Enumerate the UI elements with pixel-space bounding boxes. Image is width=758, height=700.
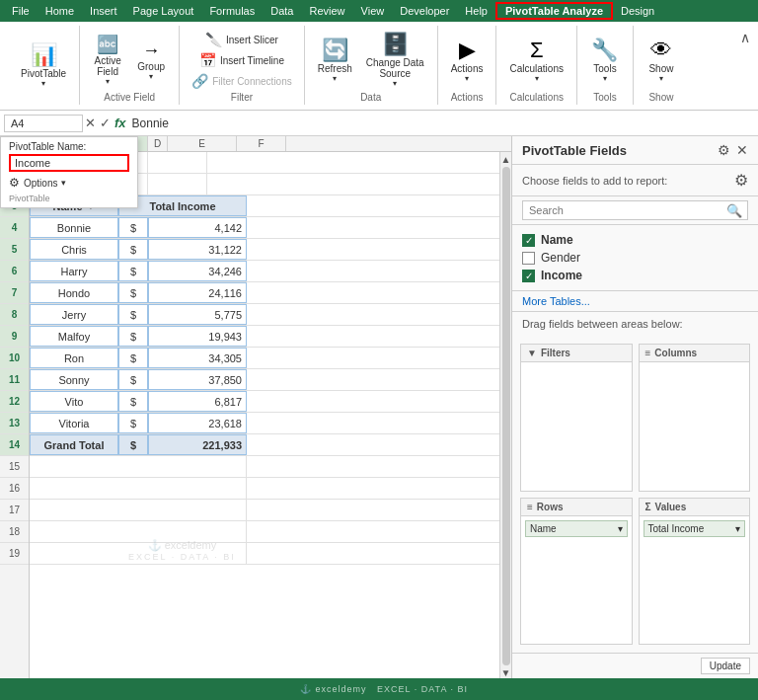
- cell-name-malfoy[interactable]: Malfoy: [30, 326, 118, 347]
- tools-button[interactable]: 🔧 Tools ▾: [585, 37, 625, 86]
- rows-field-name-tag[interactable]: Name ▾: [525, 520, 628, 537]
- show-dropdown-icon: ▾: [659, 74, 663, 83]
- table-row: Jerry $ 5,775: [30, 304, 499, 326]
- table-row: Bonnie $ 4,142: [30, 217, 499, 239]
- scroll-down-icon[interactable]: ▼: [501, 667, 511, 678]
- cell-amount-ron[interactable]: 34,305: [148, 348, 247, 368]
- field-item-name[interactable]: ✓ Name: [522, 231, 748, 249]
- menu-help[interactable]: Help: [457, 3, 495, 19]
- field-checkbox-gender[interactable]: [522, 252, 535, 265]
- cell-name-vitoria[interactable]: Vitoria: [30, 413, 118, 433]
- cell-dollar-jerry: $: [118, 304, 148, 325]
- cell-amount-bonnie[interactable]: 4,142: [148, 217, 247, 238]
- fields-search-input[interactable]: [522, 200, 748, 220]
- menu-pivottable-analyze[interactable]: PivotTable Analyze: [495, 2, 613, 20]
- row-num-9[interactable]: 9: [0, 326, 29, 348]
- cell-amount-vitoria[interactable]: 23,618: [148, 413, 247, 433]
- cell-1-e[interactable]: [148, 152, 207, 173]
- menu-page-layout[interactable]: Page Layout: [125, 3, 202, 19]
- formula-input[interactable]: [128, 117, 754, 130]
- cell-amount-vito[interactable]: 6,817: [148, 391, 247, 412]
- cell-amount-jerry[interactable]: 5,775: [148, 304, 247, 325]
- actions-button[interactable]: ▶ Actions ▾: [446, 37, 489, 86]
- cell-amount-harry[interactable]: 34,246: [148, 261, 247, 281]
- row-num-11[interactable]: 11: [0, 369, 29, 391]
- formula-cancel-icon[interactable]: ✕: [83, 116, 98, 130]
- menu-view[interactable]: View: [353, 3, 393, 19]
- menu-home[interactable]: Home: [38, 3, 82, 19]
- table-row: Hondo $ 24,116: [30, 282, 499, 304]
- scroll-up-icon[interactable]: ▲: [501, 154, 511, 165]
- row-num-6[interactable]: 6: [0, 261, 29, 282]
- scroll-thumb[interactable]: [502, 167, 510, 665]
- cell-grand-dollar: $: [118, 434, 148, 455]
- row-num-12[interactable]: 12: [0, 391, 29, 413]
- cell-name-sonny[interactable]: Sonny: [30, 369, 118, 390]
- cell-amount-sonny[interactable]: 37,850: [148, 369, 247, 390]
- fields-close-icon[interactable]: ✕: [736, 142, 748, 158]
- pivot-name-input[interactable]: [9, 154, 129, 172]
- row-num-8[interactable]: 8: [0, 304, 29, 326]
- values-field-dropdown-icon[interactable]: ▾: [735, 523, 740, 534]
- calculations-button[interactable]: Σ Calculations ▾: [504, 37, 568, 86]
- refresh-label: Refresh: [318, 63, 352, 74]
- menu-review[interactable]: Review: [301, 3, 352, 19]
- cell-name-harry[interactable]: Harry: [30, 261, 118, 281]
- cell-name-hondo[interactable]: Hondo: [30, 282, 118, 303]
- formula-fx-icon[interactable]: fx: [113, 116, 128, 130]
- menu-file[interactable]: File: [4, 3, 38, 19]
- grid-row-18: [30, 521, 499, 543]
- cell-amount-chris[interactable]: 31,122: [148, 239, 247, 260]
- cell-name-ron[interactable]: Ron: [30, 348, 118, 368]
- vertical-scrollbar[interactable]: ▲ ▼: [499, 152, 511, 678]
- pivot-options-button[interactable]: ⚙ Options ▾: [9, 174, 129, 192]
- show-button[interactable]: 👁 Show ▾: [642, 37, 681, 86]
- pivot-name-label: PivotTable Name:: [9, 141, 129, 152]
- menu-formulas[interactable]: Formulas: [201, 3, 263, 19]
- ribbon-collapse-icon[interactable]: ∧: [740, 30, 750, 45]
- name-box[interactable]: [4, 115, 83, 132]
- field-checkbox-income[interactable]: ✓: [522, 270, 535, 282]
- cell-dollar-bonnie: $: [118, 217, 148, 238]
- row-num-7[interactable]: 7: [0, 282, 29, 304]
- change-data-source-button[interactable]: 🗄️ Change DataSource ▾: [361, 31, 429, 91]
- change-data-source-dropdown-icon: ▾: [393, 79, 397, 88]
- insert-timeline-button[interactable]: 📅 Insert Timeline: [195, 50, 288, 70]
- menu-developer[interactable]: Developer: [392, 3, 457, 19]
- row-num-13[interactable]: 13: [0, 413, 29, 434]
- cell-name-chris[interactable]: Chris: [30, 239, 118, 260]
- cell-grand-amount: 221,933: [148, 434, 247, 455]
- field-item-gender[interactable]: Gender: [522, 249, 748, 267]
- ribbon: 📊 PivotTable ▾ 🔤 ActiveField ▾ → Group ▾…: [0, 22, 758, 111]
- cell-amount-hondo[interactable]: 24,116: [148, 282, 247, 303]
- insert-slicer-button[interactable]: 🔪 Insert Slicer: [201, 30, 282, 49]
- fields-settings-icon[interactable]: ⚙: [718, 142, 730, 158]
- cell-name-jerry[interactable]: Jerry: [30, 304, 118, 325]
- field-checkbox-name[interactable]: ✓: [522, 234, 535, 247]
- rows-field-dropdown-icon[interactable]: ▾: [618, 523, 623, 534]
- cell-amount-malfoy[interactable]: 19,943: [148, 326, 247, 347]
- cell-name-vito[interactable]: Vito: [30, 391, 118, 412]
- values-field-income-tag[interactable]: Total Income ▾: [644, 520, 746, 537]
- active-field-button[interactable]: 🔤 ActiveField ▾: [88, 33, 127, 89]
- pivottable-button[interactable]: 📊 PivotTable ▾: [16, 41, 71, 91]
- grand-total-row: Grand Total $ 221,933: [30, 434, 499, 456]
- fields-gear-icon[interactable]: ⚙: [734, 171, 748, 190]
- field-item-income[interactable]: ✓ Income: [522, 267, 748, 284]
- menu-insert[interactable]: Insert: [82, 3, 125, 19]
- refresh-button[interactable]: 🔄 Refresh ▾: [313, 37, 357, 86]
- menu-design[interactable]: Design: [613, 3, 662, 19]
- group-button[interactable]: → Group ▾: [131, 39, 171, 84]
- row-num-4[interactable]: 4: [0, 217, 29, 239]
- row-num-14[interactable]: 14: [0, 434, 29, 456]
- row-num-5[interactable]: 5: [0, 239, 29, 261]
- update-button[interactable]: Update: [701, 658, 750, 674]
- filter-connections-button[interactable]: 🔗 Filter Connections: [188, 71, 296, 91]
- formula-confirm-icon[interactable]: ✓: [98, 116, 113, 130]
- menu-data[interactable]: Data: [263, 3, 301, 19]
- row-num-10[interactable]: 10: [0, 348, 29, 369]
- more-tables-link[interactable]: More Tables...: [512, 291, 758, 311]
- menu-bar: File Home Insert Page Layout Formulas Da…: [0, 0, 758, 22]
- cell-2-e[interactable]: [148, 174, 207, 194]
- cell-name-bonnie[interactable]: Bonnie: [30, 217, 118, 238]
